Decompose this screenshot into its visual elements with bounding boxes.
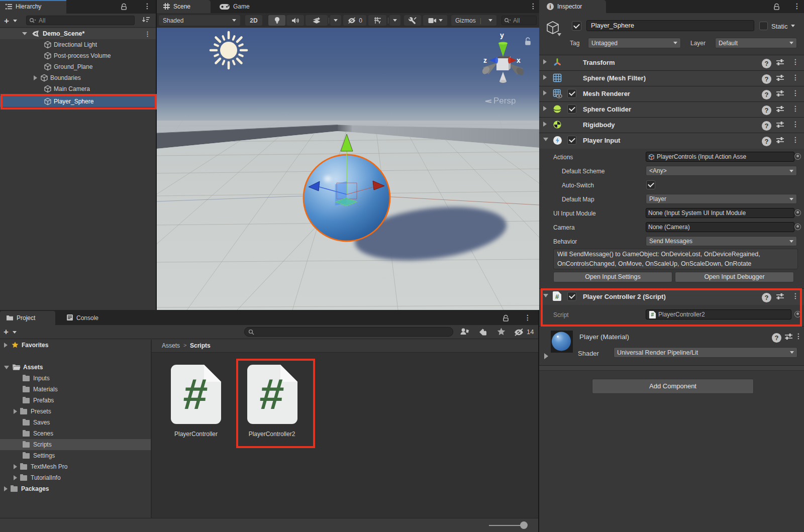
svg-text:#: # — [182, 370, 210, 418]
svg-text:z: z — [483, 56, 487, 64]
svg-text:y: y — [500, 31, 504, 39]
svg-text:x: x — [517, 56, 521, 64]
svg-text:Persp: Persp — [493, 96, 516, 105]
